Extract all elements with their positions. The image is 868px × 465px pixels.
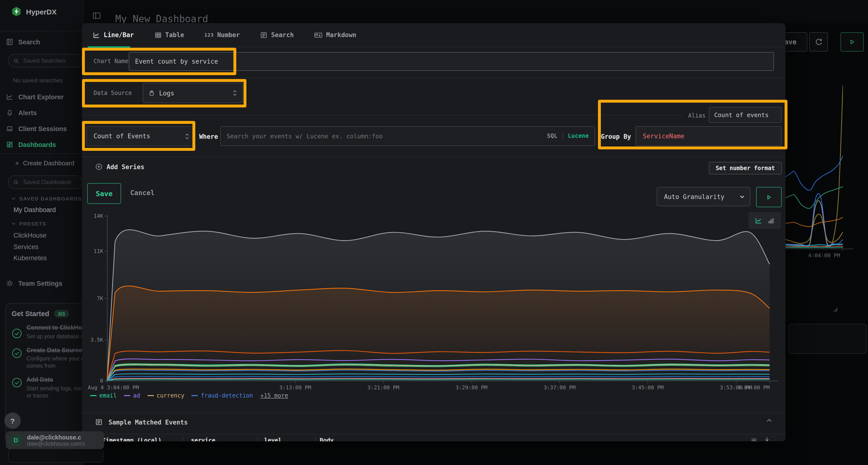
column-header-body[interactable]: Body [320, 437, 334, 441]
column-header-service[interactable]: service [191, 437, 215, 441]
legend-item-currency[interactable]: currency [147, 392, 184, 399]
hyperdx-logo-icon [11, 6, 22, 17]
sidebar-item-search[interactable]: Search [0, 37, 83, 47]
get-started-item[interactable]: Connect to ClickHouse Set up your databa… [11, 324, 89, 340]
legend-more-link[interactable]: +15 more [260, 392, 288, 399]
y-tick-label: 3.5K [82, 337, 103, 343]
x-tick-mark [471, 381, 472, 383]
lucene-toggle[interactable]: Lucene [568, 133, 589, 139]
x-axis-line [107, 381, 778, 381]
brand[interactable]: HyperDX [11, 6, 57, 17]
legend-label: ad [133, 392, 140, 399]
get-started-item[interactable]: Add Data Start sending logs, metrics, or… [11, 376, 89, 399]
sidebar-item-team-settings[interactable]: Team Settings [0, 278, 83, 289]
wrap-lines-icon[interactable] [750, 437, 757, 441]
plus-icon: + [15, 159, 19, 167]
alias-input[interactable]: Count of events [709, 107, 782, 123]
divider [82, 412, 785, 413]
sidebar-item-my-dashboard[interactable]: My Dashboard [13, 206, 56, 213]
aggregation-value: Count of Events [94, 133, 150, 140]
sidebar-item-kubernetes[interactable]: Kubernetes [13, 255, 47, 262]
check-circle-icon [11, 348, 22, 358]
x-tick-label: 3:37:00 PM [531, 385, 589, 391]
column-header-timestamp[interactable]: Timestamp (Local) [102, 437, 161, 441]
tab-line-bar[interactable]: Line/Bar [93, 31, 134, 39]
legend-item-email[interactable]: email [90, 392, 117, 399]
tab-table[interactable]: Table [154, 31, 184, 39]
resize-handle-icon[interactable] [833, 307, 838, 312]
sidebar-item-label: Search [18, 38, 40, 45]
tab-markdown[interactable]: Markdown [314, 31, 356, 39]
sidebar-item-client-sessions[interactable]: Client Sessions [0, 123, 83, 134]
chart-editor-modal: Line/Bar Table 123 Number Search Markdow… [82, 23, 785, 441]
aggregation-select[interactable]: Count of Events [86, 126, 195, 146]
help-button[interactable]: ? [4, 412, 21, 429]
divider [82, 115, 682, 115]
sidebar-item-clickhouse[interactable]: ClickHouse [13, 232, 46, 239]
x-tick-mark [560, 381, 560, 383]
collapse-chevron-up-icon[interactable] [766, 417, 773, 424]
brand-name: HyperDX [26, 7, 57, 16]
create-dashboard-button[interactable]: + Create Dashboard [15, 159, 74, 167]
user-name: dale@clickhouse.c [27, 434, 103, 441]
legend-dash [192, 395, 198, 396]
add-series-button[interactable]: Add Series [95, 163, 145, 171]
series-line-8 [785, 246, 843, 247]
get-started-item[interactable]: Create Data Source Configure where your … [11, 347, 89, 370]
refresh-button[interactable] [809, 32, 828, 52]
dashboard-run-button[interactable] [840, 32, 864, 52]
tab-number[interactable]: 123 Number [205, 31, 240, 38]
saved-dashboards-search[interactable] [8, 175, 83, 189]
bar-chart-toggle-icon[interactable] [768, 217, 774, 224]
column-separator[interactable] [183, 437, 183, 441]
set-number-format-button[interactable]: Set number format [709, 162, 782, 174]
cancel-button[interactable]: Cancel [130, 189, 155, 197]
sidebar-item-chart-explorer[interactable]: Chart Explorer [0, 92, 83, 102]
series-line-ad [107, 359, 770, 381]
legend-item-ad[interactable]: ad [124, 392, 140, 399]
download-icon[interactable] [763, 436, 771, 441]
user-chip[interactable]: D dale@clickhouse.c dale@clickhouse.com'… [6, 431, 104, 449]
tab-search[interactable]: Search [260, 31, 294, 39]
granularity-select[interactable]: Auto Granularity [657, 187, 750, 206]
where-input[interactable] [221, 132, 517, 140]
data-source-select[interactable]: Logs [143, 83, 243, 103]
group-by-input[interactable]: ServiceName [636, 126, 782, 146]
sample-events-header: Sample Matched Events [95, 418, 188, 426]
background-chart-tick-label: 4:04:00 PM [808, 253, 840, 259]
legend-item-fraud-detection[interactable]: fraud-detection [192, 392, 253, 399]
column-header-level[interactable]: level [264, 437, 282, 441]
saved-searches-search[interactable] [8, 54, 83, 67]
series-line-currency [107, 364, 770, 381]
series-line-email [107, 364, 770, 381]
chart-legend: emailadcurrencyfraud-detection+15 more [90, 392, 288, 399]
column-separator[interactable] [257, 437, 258, 441]
saved-searches-input[interactable] [22, 57, 72, 65]
chart-name-input[interactable]: Event count by service [129, 52, 774, 71]
panel-toggle-icon[interactable] [93, 11, 101, 20]
gear-icon [6, 279, 13, 287]
sidebar-item-services[interactable]: Services [13, 243, 38, 251]
sidebar: HyperDX Search No saved searches Chart E… [0, 0, 84, 465]
sql-toggle[interactable]: SQL [547, 133, 557, 139]
column-separator[interactable] [315, 437, 316, 441]
saved-dashboards-section[interactable]: SAVED DASHBOARDS [11, 196, 82, 201]
list-icon [95, 418, 103, 426]
list-icon [260, 31, 268, 39]
avatar: D [10, 434, 22, 446]
no-saved-searches-label: No saved searches [13, 77, 62, 84]
line-chart-toggle-icon[interactable] [755, 217, 763, 224]
presets-section[interactable]: PRESETS [11, 221, 46, 227]
add-series-label: Add Series [106, 163, 145, 170]
saved-dashboards-input[interactable] [22, 178, 72, 186]
database-icon [148, 89, 155, 97]
y-tick-label: 0 [82, 378, 103, 384]
save-button[interactable]: Save [87, 183, 121, 204]
x-tick-mark [770, 381, 770, 383]
sidebar-item-dashboards[interactable]: Dashboards [0, 139, 83, 150]
run-query-button[interactable] [756, 187, 782, 207]
x-tick-mark [383, 381, 384, 383]
y-tick-mark [105, 339, 107, 340]
sidebar-item-alerts[interactable]: Alerts [0, 107, 83, 118]
search-icon [13, 58, 19, 64]
